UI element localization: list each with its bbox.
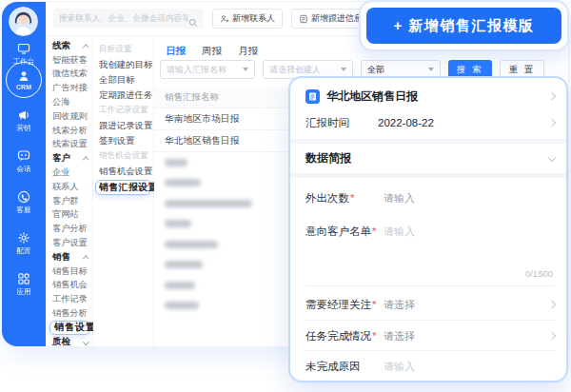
tab-日报[interactable]: 日报 xyxy=(166,45,186,58)
settings-item-定期跟进任务[interactable]: 定期跟进任务 xyxy=(93,88,153,103)
blurred-text xyxy=(165,179,201,186)
char-counter: 0/1500 xyxy=(525,268,553,279)
topbar-button-label: 新增跟进信息 xyxy=(311,12,363,25)
chevron-right-icon xyxy=(548,332,556,340)
topbar-button-新增联系人[interactable]: 新增联系人 xyxy=(212,9,283,29)
nav-item-客户群[interactable]: 客户群 xyxy=(46,194,92,208)
nav-item-销售[interactable]: 销售 xyxy=(46,250,92,265)
global-search-input[interactable]: 搜索联系人、企业、企微会话内容等 xyxy=(53,9,204,29)
report-name-placeholder: 请输入汇报名称 xyxy=(167,64,226,76)
nav-item-广告对接[interactable]: 广告对接 xyxy=(46,81,92,95)
panel-title: 华北地区销售日报 xyxy=(326,88,542,105)
form-field-未完成原因[interactable]: 未完成原因请输入 xyxy=(305,357,555,376)
chevron-down-icon xyxy=(243,68,248,71)
settings-item-销售机会设置[interactable]: 销售机会设置 xyxy=(93,164,153,179)
field-divider xyxy=(305,285,555,286)
settings-nav: 目标设置我创建的目标全部目标定期跟进任务工作记录设置跟进记录设置签到设置销售机会… xyxy=(93,36,154,346)
rail-item-CRM[interactable]: CRM xyxy=(6,62,42,98)
rail-item-label: CRM xyxy=(16,84,31,90)
chevron-down-icon xyxy=(428,68,434,71)
nav-item-客户设置[interactable]: 客户设置 xyxy=(46,236,92,250)
crm-nav: 线索智能获客微信线索广告对接公海回收规则线索分析线索设置客户企业联系人客户群官网… xyxy=(46,36,93,346)
headset-icon xyxy=(17,190,30,204)
nav-item-质检[interactable]: 质检 xyxy=(46,335,92,349)
settings-item-目标设置: 目标设置 xyxy=(93,42,153,57)
rail-item-label: 客服 xyxy=(17,206,31,215)
chevron-up-icon xyxy=(83,45,89,50)
data-brief-section-row[interactable]: 数据简报 xyxy=(305,148,555,167)
settings-item-签到设置[interactable]: 签到设置 xyxy=(93,133,153,148)
nav-item-销售分析[interactable]: 销售分析 xyxy=(46,306,92,321)
nav-item-客户分析[interactable]: 客户分析 xyxy=(46,222,92,236)
nav-item-联系人[interactable]: 联系人 xyxy=(46,180,92,194)
field-label: 任务完成情况* xyxy=(305,329,384,343)
report-name-input[interactable]: 请输入汇报名称 xyxy=(160,60,255,79)
nav-item-销售目标[interactable]: 销售目标 xyxy=(46,265,92,279)
required-asterisk: * xyxy=(350,192,354,204)
field-label: 外出次数* xyxy=(305,191,384,206)
settings-item-工作记录设置: 工作记录设置 xyxy=(93,103,153,118)
magnifier-icon xyxy=(188,14,198,24)
settings-item-销售汇报设置[interactable]: 销售汇报设置 xyxy=(95,180,151,195)
user-avatar[interactable] xyxy=(9,7,38,36)
field-label: 需要经理关注* xyxy=(305,298,384,312)
blurred-text xyxy=(165,261,203,268)
chat-icon xyxy=(17,149,30,163)
tab-周报[interactable]: 周报 xyxy=(202,45,222,58)
form-field-任务完成情况[interactable]: 任务完成情况*请选择 xyxy=(305,326,555,345)
nav-item-线索设置[interactable]: 线索设置 xyxy=(46,138,92,152)
nav-item-回收规则[interactable]: 回收规则 xyxy=(46,109,92,124)
blurred-text xyxy=(165,282,195,289)
form-field-意向客户名单[interactable]: 意向客户名单*请输入 xyxy=(305,222,555,241)
blurred-text xyxy=(165,241,218,248)
add-sales-report-template-button[interactable]: + 新增销售汇报模版 xyxy=(366,8,561,44)
rail-item-会话[interactable]: 会话 xyxy=(2,149,46,174)
scope-value: 全部 xyxy=(367,64,384,76)
nav-item-微信线索[interactable]: 微信线索 xyxy=(46,68,92,82)
megaphone-icon xyxy=(17,108,30,122)
section-divider xyxy=(290,173,566,178)
nav-item-销售机会[interactable]: 销售机会 xyxy=(46,279,92,293)
workbench-icon xyxy=(17,42,30,55)
form-field-需要经理关注[interactable]: 需要经理关注*请选择 xyxy=(305,295,555,314)
nav-item-线索[interactable]: 线索 xyxy=(46,39,92,53)
form-field-外出次数[interactable]: 外出次数*请输入 xyxy=(305,188,555,207)
report-time-value: 2022-08-22 xyxy=(378,117,549,128)
settings-item-销售机会设置: 销售机会设置 xyxy=(93,148,153,164)
settings-item-全部目标[interactable]: 全部目标 xyxy=(93,72,153,88)
screenshot-root: 工作台CRM营销会话客服配置应用 搜索联系人、企业、企微会话内容等 新增联系人新… xyxy=(0,0,571,392)
rail-item-应用[interactable]: 应用 xyxy=(2,272,46,297)
required-asterisk: * xyxy=(372,225,376,237)
required-asterisk: * xyxy=(372,330,376,342)
tab-月报[interactable]: 月报 xyxy=(238,45,258,58)
nav-item-线索分析[interactable]: 线索分析 xyxy=(46,124,92,138)
nav-item-客户[interactable]: 客户 xyxy=(46,151,92,166)
chevron-down-icon xyxy=(548,154,556,162)
report-time-label: 汇报时间 xyxy=(305,116,378,130)
settings-item-我创建的目标[interactable]: 我创建的目标 xyxy=(93,57,153,72)
chevron-right-icon xyxy=(548,119,556,127)
field-label: 意向客户名单* xyxy=(305,225,384,239)
rail-item-label: 应用 xyxy=(17,287,31,297)
nav-item-工作记录[interactable]: 工作记录 xyxy=(46,292,92,306)
left-rail: 工作台CRM营销会话客服配置应用 xyxy=(2,2,46,346)
nav-item-官网站[interactable]: 官网站 xyxy=(46,208,92,223)
nav-item-公海[interactable]: 公海 xyxy=(46,95,92,109)
field-placeholder: 请输入 xyxy=(384,225,555,239)
field-placeholder: 请输入 xyxy=(384,191,555,206)
rail-item-配置[interactable]: 配置 xyxy=(2,231,46,256)
nav-item-企业[interactable]: 企业 xyxy=(46,166,92,180)
global-search-placeholder: 搜索联系人、企业、企微会话内容等 xyxy=(59,13,188,25)
gear-icon xyxy=(17,231,30,245)
settings-item-跟进记录设置[interactable]: 跟进记录设置 xyxy=(93,118,153,133)
report-time-row[interactable]: 汇报时间 2022-08-22 xyxy=(305,112,555,133)
rail-item-营销[interactable]: 营销 xyxy=(2,108,46,133)
panel-title-row[interactable]: 华北地区销售日报 xyxy=(305,86,555,107)
person-add-icon xyxy=(220,14,229,24)
rail-item-label: 配置 xyxy=(17,246,31,256)
nav-item-智能获客[interactable]: 智能获客 xyxy=(46,53,92,68)
nav-item-销售设置[interactable]: 销售设置 xyxy=(49,321,90,335)
rail-item-客服[interactable]: 客服 xyxy=(2,190,46,215)
doc-add-icon xyxy=(299,14,308,24)
field-placeholder: 请选择 xyxy=(384,298,549,312)
